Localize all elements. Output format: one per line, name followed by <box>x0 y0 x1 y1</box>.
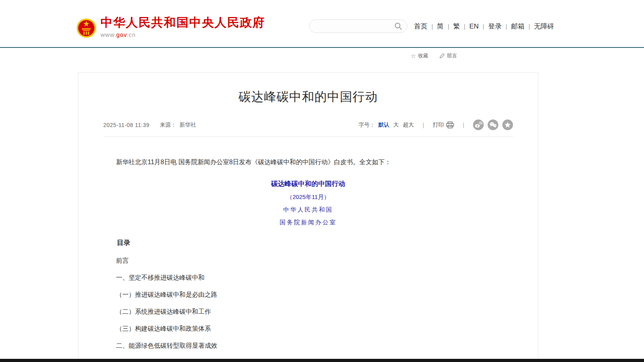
message-label: 留言 <box>447 52 457 59</box>
favorite-share-icon[interactable] <box>502 119 513 130</box>
print-button[interactable]: 打印 <box>433 121 454 129</box>
share-icons <box>473 119 513 130</box>
nav-accessibility[interactable]: 无障碍 <box>534 22 554 31</box>
logo-text: 中华人民共和国中央人民政府 www.gov.cn <box>101 16 265 38</box>
site-url-prefix: www. <box>101 31 116 38</box>
font-size-label: 字号： <box>359 121 375 129</box>
article-title: 碳达峰碳中和的中国行动 <box>103 89 513 105</box>
site-title: 中华人民共和国中央人民政府 <box>101 16 265 29</box>
meta-separator: | <box>423 122 424 128</box>
nav-separator: | <box>431 23 433 30</box>
site-url: www.gov.cn <box>101 31 265 38</box>
meta-right: 字号： 默认 大 超大 | 打印 | <box>359 119 513 130</box>
site-header: 中华人民共和国中央人民政府 www.gov.cn 首页 | 简 | 繁 | EN… <box>0 0 644 48</box>
bottom-screen-edge <box>0 359 644 362</box>
search-icon[interactable] <box>394 22 402 30</box>
nav-mailbox[interactable]: 邮箱 <box>511 22 524 31</box>
publish-date: 2025-11-08 11:39 <box>103 122 149 128</box>
toc-item-section1-3: （三）构建碳达峰碳中和政策体系 <box>103 326 513 332</box>
nav-separator: | <box>464 23 465 30</box>
toc-item-section2: 二、能源绿色低碳转型取得显著成效 <box>103 343 513 349</box>
toc-item-section1: 一、坚定不移推进碳达峰碳中和 <box>103 275 513 281</box>
article-meta-row: 2025-11-08 11:39 来源： 新华社 字号： 默认 大 超大 | 打… <box>103 119 513 130</box>
favorite-link[interactable]: ☆ 收藏 <box>411 52 428 59</box>
favorite-label: 收藏 <box>418 52 428 59</box>
content-wrap: ☆ 收藏 留言 碳达峰碳中和的中国行动 2025-11-08 11:39 来源：… <box>78 52 538 362</box>
site-url-suffix: .cn <box>127 31 136 38</box>
star-outline-icon: ☆ <box>411 53 416 59</box>
wechat-share-icon[interactable] <box>488 119 498 130</box>
toc-item-preface: 前言 <box>103 258 513 264</box>
font-size-large-button[interactable]: 大 <box>393 121 399 129</box>
meta-separator: | <box>463 122 464 128</box>
pencil-icon <box>439 53 445 59</box>
site-url-gov: gov <box>116 31 127 38</box>
toc-item-section1-1: （一）推进碳达峰碳中和是必由之路 <box>103 292 513 298</box>
nav-traditional[interactable]: 繁 <box>453 22 460 31</box>
weibo-share-icon[interactable] <box>473 119 484 130</box>
nav-separator: | <box>505 23 507 30</box>
page-actions: ☆ 收藏 留言 <box>78 52 538 60</box>
toc-heading: 目录 <box>103 238 513 247</box>
toc-list: 前言 一、坚定不移推进碳达峰碳中和 （一）推进碳达峰碳中和是必由之路 （二）系统… <box>103 258 513 362</box>
font-size-default-button[interactable]: 默认 <box>378 121 389 129</box>
printer-icon <box>446 121 454 129</box>
font-size-xlarge-button[interactable]: 超大 <box>403 121 414 129</box>
toc-item-section1-2: （二）系统推进碳达峰碳中和工作 <box>103 309 513 315</box>
search-input[interactable] <box>310 20 394 32</box>
site-logo[interactable]: 中华人民共和国中央人民政府 www.gov.cn <box>76 16 265 40</box>
meta-left: 2025-11-08 11:39 来源： 新华社 <box>103 121 196 129</box>
page: 中华人民共和国中央人民政府 www.gov.cn 首页 | 简 | 繁 | EN… <box>0 0 644 362</box>
nav-english[interactable]: EN <box>469 23 479 30</box>
message-link[interactable]: 留言 <box>439 52 457 59</box>
top-nav: 首页 | 简 | 繁 | EN | 登录 | 邮箱 | 无障碍 <box>414 22 554 31</box>
source-name[interactable]: 新华社 <box>179 121 196 129</box>
document-title: 碳达峰碳中和的中国行动 <box>103 179 513 188</box>
source-label: 来源： <box>160 121 176 129</box>
document-org-line1: 中华人民共和国 <box>103 206 513 214</box>
article-card: 碳达峰碳中和的中国行动 2025-11-08 11:39 来源： 新华社 字号：… <box>78 72 538 362</box>
print-label: 打印 <box>433 121 444 129</box>
nav-separator: | <box>448 23 449 30</box>
nav-home[interactable]: 首页 <box>414 22 427 31</box>
document-date: （2025年11月） <box>103 193 513 201</box>
document-org-line2: 国务院新闻办公室 <box>103 219 513 226</box>
document-head: 碳达峰碳中和的中国行动 （2025年11月） 中华人民共和国 国务院新闻办公室 <box>103 179 513 226</box>
nav-login[interactable]: 登录 <box>488 22 502 31</box>
search-box[interactable] <box>309 19 407 33</box>
nav-separator: | <box>483 23 484 30</box>
meta-divider <box>103 136 513 137</box>
national-emblem-icon <box>76 17 97 40</box>
nav-separator: | <box>528 23 530 30</box>
nav-simplified[interactable]: 简 <box>437 22 444 31</box>
lead-paragraph: 新华社北京11月8日电 国务院新闻办公室8日发布《碳达峰碳中和的中国行动》白皮书… <box>103 157 513 168</box>
